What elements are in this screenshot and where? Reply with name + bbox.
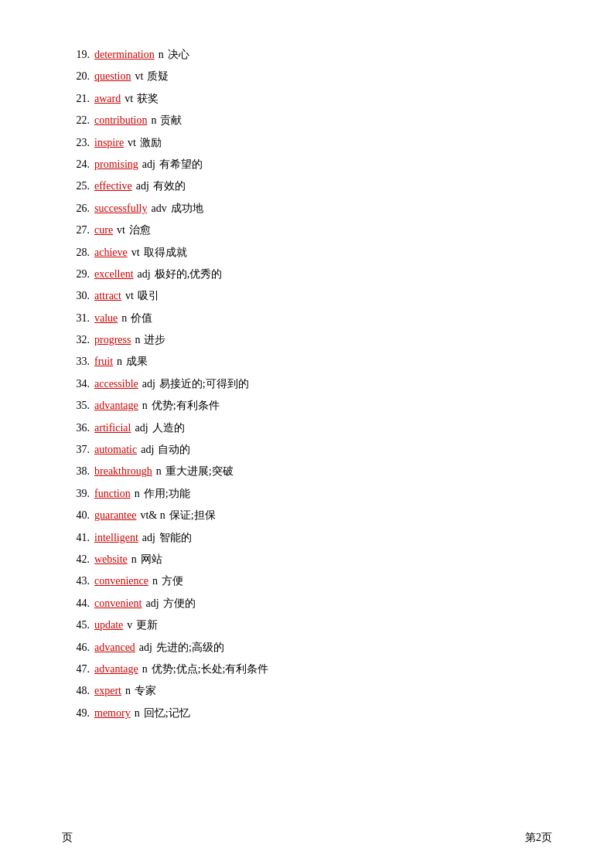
footer-left: 页 [62, 831, 73, 845]
item-number: 35. [62, 397, 94, 414]
list-item: 42.website n 网站 [62, 551, 552, 568]
item-content: update v 更新 [94, 617, 158, 634]
word-pos: n [135, 485, 140, 502]
word-meaning: 进步 [144, 332, 165, 349]
item-number: 31. [62, 310, 94, 327]
item-content: attract vt 吸引 [94, 288, 159, 305]
item-number: 21. [62, 90, 94, 107]
item-number: 40. [62, 507, 94, 524]
item-content: fruit n 成果 [94, 353, 148, 370]
word-pos: adj [138, 266, 151, 283]
word-meaning: 智能的 [159, 529, 192, 546]
item-number: 22. [62, 112, 94, 129]
list-item: 47.advantage n 优势;优点;长处;有利条件 [62, 661, 552, 678]
word-link[interactable]: automatic [94, 441, 137, 458]
item-content: memory n 回忆;记忆 [94, 705, 190, 722]
word-pos: adj [135, 420, 148, 437]
item-number: 30. [62, 288, 94, 305]
word-pos: vt [128, 134, 136, 151]
list-item: 21.award vt 获奖 [62, 90, 552, 107]
word-link[interactable]: expert [94, 682, 121, 700]
word-link[interactable]: function [94, 485, 131, 502]
item-number: 32. [62, 332, 94, 349]
word-link[interactable]: excellent [94, 266, 134, 283]
word-pos: vt [125, 288, 134, 305]
item-number: 29. [62, 266, 94, 283]
item-number: 33. [62, 353, 94, 370]
list-item: 43.convenience n 方便 [62, 573, 552, 590]
word-link[interactable]: question [94, 68, 131, 85]
word-link[interactable]: intelligent [94, 529, 138, 546]
list-item: 48.expert n 专家 [62, 682, 552, 700]
word-link[interactable]: convenience [94, 573, 148, 590]
word-link[interactable]: advantage [94, 397, 138, 414]
word-pos: vt [131, 244, 140, 261]
item-content: accessible adj 易接近的;可得到的 [94, 376, 249, 393]
word-link[interactable]: accessible [94, 376, 138, 393]
item-number: 26. [62, 200, 94, 217]
item-content: progress n 进步 [94, 332, 165, 349]
word-pos: n [121, 310, 127, 327]
item-number: 46. [62, 639, 94, 656]
list-item: 36.artificial adj 人造的 [62, 420, 552, 437]
item-number: 48. [62, 682, 94, 700]
list-item: 29.excellent adj 极好的,优秀的 [62, 266, 552, 283]
word-link[interactable]: convenient [94, 595, 142, 612]
word-link[interactable]: memory [94, 705, 131, 722]
word-link[interactable]: breakthrough [94, 463, 152, 480]
word-link[interactable]: fruit [94, 353, 113, 370]
word-link[interactable]: update [94, 617, 123, 634]
word-meaning: 价值 [131, 310, 152, 327]
word-meaning: 方便的 [163, 595, 196, 612]
word-meaning: 易接近的;可得到的 [159, 376, 249, 393]
word-link[interactable]: value [94, 310, 118, 327]
word-link[interactable]: advantage [94, 661, 138, 678]
list-item: 35.advantage n 优势;有利条件 [62, 397, 552, 414]
word-link[interactable]: guarantee [94, 507, 136, 524]
word-link[interactable]: cure [94, 222, 113, 239]
list-item: 34.accessible adj 易接近的;可得到的 [62, 376, 552, 393]
list-item: 31.value n 价值 [62, 310, 552, 327]
word-meaning: 激励 [140, 134, 162, 151]
word-pos: vt [125, 90, 133, 107]
word-pos: adj [136, 178, 149, 195]
word-link[interactable]: effective [94, 178, 132, 195]
item-content: breakthrough n 重大进展;突破 [94, 463, 234, 480]
item-content: intelligent adj 智能的 [94, 529, 192, 546]
item-content: advantage n 优势;优点;长处;有利条件 [94, 661, 268, 678]
word-pos: vt [117, 222, 125, 239]
word-link[interactable]: contribution [94, 112, 147, 129]
item-content: function n 作用;功能 [94, 485, 190, 502]
word-link[interactable]: achieve [94, 244, 128, 261]
word-list: 19.determination n 决心20.question vt 质疑21… [62, 46, 552, 722]
word-link[interactable]: inspire [94, 134, 124, 151]
list-item: 44.convenient adj 方便的 [62, 595, 552, 612]
list-item: 27.cure vt 治愈 [62, 222, 552, 239]
item-content: website n 网站 [94, 551, 162, 568]
word-link[interactable]: artificial [94, 420, 131, 437]
word-pos: n [152, 573, 158, 590]
list-item: 28.achieve vt 取得成就 [62, 244, 552, 261]
item-number: 23. [62, 134, 94, 151]
word-link[interactable]: promising [94, 156, 138, 173]
item-content: inspire vt 激励 [94, 134, 162, 151]
word-pos: adv [151, 200, 166, 217]
word-link[interactable]: advanced [94, 639, 135, 656]
word-pos: n [159, 46, 164, 63]
word-meaning: 贡献 [160, 112, 182, 129]
word-meaning: 有效的 [153, 178, 186, 195]
word-pos: adj [145, 595, 159, 612]
word-link[interactable]: progress [94, 332, 131, 349]
word-link[interactable]: website [94, 551, 128, 568]
list-item: 37.automatic adj 自动的 [62, 441, 552, 458]
word-meaning: 成功地 [171, 200, 203, 217]
word-link[interactable]: successfully [94, 200, 147, 217]
word-meaning: 方便 [162, 573, 183, 590]
item-number: 42. [62, 551, 94, 568]
word-link[interactable]: award [94, 90, 121, 107]
word-pos: n [151, 112, 156, 129]
word-link[interactable]: determination [94, 46, 155, 63]
list-item: 19.determination n 决心 [62, 46, 552, 63]
word-link[interactable]: attract [94, 288, 121, 305]
word-meaning: 回忆;记忆 [144, 705, 190, 722]
